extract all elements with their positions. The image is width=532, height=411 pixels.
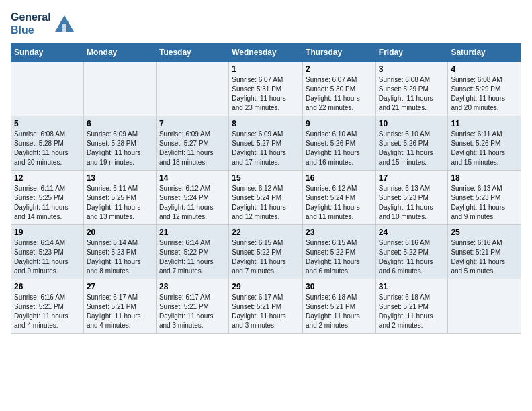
calendar-cell: 28Sunrise: 6:17 AM Sunset: 5:21 PM Dayli…: [156, 279, 228, 334]
day-info: Sunrise: 6:16 AM Sunset: 5:21 PM Dayligh…: [14, 293, 81, 330]
day-info: Sunrise: 6:17 AM Sunset: 5:21 PM Dayligh…: [232, 293, 300, 330]
day-info: Sunrise: 6:18 AM Sunset: 5:21 PM Dayligh…: [379, 293, 445, 330]
day-number: 27: [87, 282, 153, 291]
svg-rect-1: [62, 24, 66, 32]
day-info: Sunrise: 6:09 AM Sunset: 5:27 PM Dayligh…: [159, 130, 226, 167]
calendar-cell: [83, 62, 156, 116]
day-number: 9: [306, 119, 373, 128]
day-info: Sunrise: 6:08 AM Sunset: 5:29 PM Dayligh…: [379, 75, 445, 113]
calendar-cell: 6Sunrise: 6:09 AM Sunset: 5:28 PM Daylig…: [83, 116, 156, 171]
day-info: Sunrise: 6:11 AM Sunset: 5:25 PM Dayligh…: [87, 184, 153, 222]
calendar-cell: 25Sunrise: 6:16 AM Sunset: 5:21 PM Dayli…: [448, 225, 521, 279]
calendar-cell: 14Sunrise: 6:12 AM Sunset: 5:24 PM Dayli…: [156, 171, 228, 225]
calendar-cell: 30Sunrise: 6:18 AM Sunset: 5:21 PM Dayli…: [303, 279, 376, 334]
day-number: 23: [306, 228, 373, 237]
calendar-cell: 31Sunrise: 6:18 AM Sunset: 5:21 PM Dayli…: [375, 279, 448, 334]
day-info: Sunrise: 6:13 AM Sunset: 5:23 PM Dayligh…: [451, 184, 518, 222]
calendar-cell: 27Sunrise: 6:17 AM Sunset: 5:21 PM Dayli…: [83, 279, 156, 334]
day-number: 1: [232, 64, 300, 74]
day-info: Sunrise: 6:09 AM Sunset: 5:28 PM Dayligh…: [87, 130, 153, 167]
day-info: Sunrise: 6:17 AM Sunset: 5:21 PM Dayligh…: [159, 293, 226, 330]
calendar-cell: 1Sunrise: 6:07 AM Sunset: 5:31 PM Daylig…: [229, 62, 303, 116]
calendar-cell: 9Sunrise: 6:10 AM Sunset: 5:26 PM Daylig…: [303, 116, 376, 171]
day-info: Sunrise: 6:10 AM Sunset: 5:26 PM Dayligh…: [379, 130, 445, 167]
page-header: General Blue: [11, 11, 521, 36]
calendar-cell: 26Sunrise: 6:16 AM Sunset: 5:21 PM Dayli…: [11, 279, 84, 334]
day-info: Sunrise: 6:17 AM Sunset: 5:21 PM Dayligh…: [87, 293, 153, 330]
day-number: 5: [14, 119, 81, 128]
day-info: Sunrise: 6:08 AM Sunset: 5:28 PM Dayligh…: [14, 130, 81, 167]
day-number: 19: [14, 228, 81, 237]
day-info: Sunrise: 6:09 AM Sunset: 5:27 PM Dayligh…: [232, 130, 300, 167]
calendar-table: SundayMondayTuesdayWednesdayThursdayFrid…: [11, 43, 521, 334]
calendar-cell: [11, 62, 84, 116]
calendar-cell: 21Sunrise: 6:14 AM Sunset: 5:22 PM Dayli…: [156, 225, 228, 279]
day-info: Sunrise: 6:14 AM Sunset: 5:22 PM Dayligh…: [159, 238, 226, 276]
day-number: 25: [451, 228, 518, 237]
day-info: Sunrise: 6:14 AM Sunset: 5:23 PM Dayligh…: [14, 238, 81, 276]
calendar-cell: 3Sunrise: 6:08 AM Sunset: 5:29 PM Daylig…: [375, 62, 448, 116]
day-number: 20: [87, 228, 153, 237]
day-number: 2: [306, 64, 373, 74]
day-number: 10: [379, 119, 445, 128]
calendar-cell: 15Sunrise: 6:12 AM Sunset: 5:24 PM Dayli…: [229, 171, 303, 225]
day-number: 26: [14, 282, 81, 291]
day-number: 7: [159, 119, 226, 128]
day-info: Sunrise: 6:16 AM Sunset: 5:22 PM Dayligh…: [379, 238, 445, 276]
calendar-cell: [156, 62, 228, 116]
day-info: Sunrise: 6:11 AM Sunset: 5:26 PM Dayligh…: [451, 130, 518, 167]
calendar-cell: [448, 279, 521, 334]
day-number: 16: [306, 173, 373, 183]
calendar-week-row: 1Sunrise: 6:07 AM Sunset: 5:31 PM Daylig…: [11, 62, 521, 116]
day-number: 17: [379, 173, 445, 183]
logo-text: General Blue: [11, 11, 75, 36]
weekday-header-monday: Monday: [83, 44, 156, 62]
day-number: 13: [87, 173, 153, 183]
calendar-cell: 5Sunrise: 6:08 AM Sunset: 5:28 PM Daylig…: [11, 116, 84, 171]
calendar-cell: 2Sunrise: 6:07 AM Sunset: 5:30 PM Daylig…: [303, 62, 376, 116]
weekday-header-thursday: Thursday: [303, 44, 376, 62]
day-number: 29: [232, 282, 300, 291]
day-info: Sunrise: 6:14 AM Sunset: 5:23 PM Dayligh…: [87, 238, 153, 276]
day-number: 11: [451, 119, 518, 128]
day-info: Sunrise: 6:18 AM Sunset: 5:21 PM Dayligh…: [306, 293, 373, 330]
calendar-cell: 10Sunrise: 6:10 AM Sunset: 5:26 PM Dayli…: [375, 116, 448, 171]
day-number: 6: [87, 119, 153, 128]
day-info: Sunrise: 6:10 AM Sunset: 5:26 PM Dayligh…: [306, 130, 373, 167]
day-number: 30: [306, 282, 373, 291]
calendar-week-row: 5Sunrise: 6:08 AM Sunset: 5:28 PM Daylig…: [11, 116, 521, 171]
calendar-cell: 17Sunrise: 6:13 AM Sunset: 5:23 PM Dayli…: [375, 171, 448, 225]
day-info: Sunrise: 6:12 AM Sunset: 5:24 PM Dayligh…: [306, 184, 373, 222]
weekday-header-sunday: Sunday: [11, 44, 84, 62]
calendar-cell: 23Sunrise: 6:15 AM Sunset: 5:22 PM Dayli…: [303, 225, 376, 279]
day-number: 21: [159, 228, 226, 237]
day-info: Sunrise: 6:16 AM Sunset: 5:21 PM Dayligh…: [451, 238, 518, 276]
day-number: 8: [232, 119, 300, 128]
day-info: Sunrise: 6:15 AM Sunset: 5:22 PM Dayligh…: [232, 238, 300, 276]
day-info: Sunrise: 6:07 AM Sunset: 5:31 PM Dayligh…: [232, 75, 300, 113]
day-number: 15: [232, 173, 300, 183]
day-info: Sunrise: 6:12 AM Sunset: 5:24 PM Dayligh…: [159, 184, 226, 222]
day-number: 24: [379, 228, 445, 237]
day-info: Sunrise: 6:11 AM Sunset: 5:25 PM Dayligh…: [14, 184, 81, 222]
day-number: 4: [451, 64, 518, 74]
calendar-cell: 20Sunrise: 6:14 AM Sunset: 5:23 PM Dayli…: [83, 225, 156, 279]
day-info: Sunrise: 6:15 AM Sunset: 5:22 PM Dayligh…: [306, 238, 373, 276]
day-number: 28: [159, 282, 226, 291]
day-number: 14: [159, 173, 226, 183]
calendar-cell: 11Sunrise: 6:11 AM Sunset: 5:26 PM Dayli…: [448, 116, 521, 171]
day-info: Sunrise: 6:12 AM Sunset: 5:24 PM Dayligh…: [232, 184, 300, 222]
calendar-cell: 4Sunrise: 6:08 AM Sunset: 5:29 PM Daylig…: [448, 62, 521, 116]
calendar-cell: 18Sunrise: 6:13 AM Sunset: 5:23 PM Dayli…: [448, 171, 521, 225]
calendar-cell: 19Sunrise: 6:14 AM Sunset: 5:23 PM Dayli…: [11, 225, 84, 279]
calendar-week-row: 12Sunrise: 6:11 AM Sunset: 5:25 PM Dayli…: [11, 171, 521, 225]
weekday-header-saturday: Saturday: [448, 44, 521, 62]
calendar-cell: 16Sunrise: 6:12 AM Sunset: 5:24 PM Dayli…: [303, 171, 376, 225]
calendar-cell: 13Sunrise: 6:11 AM Sunset: 5:25 PM Dayli…: [83, 171, 156, 225]
calendar-cell: 22Sunrise: 6:15 AM Sunset: 5:22 PM Dayli…: [229, 225, 303, 279]
logo: General Blue: [11, 11, 75, 36]
calendar-week-row: 19Sunrise: 6:14 AM Sunset: 5:23 PM Dayli…: [11, 225, 521, 279]
calendar-cell: 12Sunrise: 6:11 AM Sunset: 5:25 PM Dayli…: [11, 171, 84, 225]
calendar-cell: 24Sunrise: 6:16 AM Sunset: 5:22 PM Dayli…: [375, 225, 448, 279]
weekday-header-tuesday: Tuesday: [156, 44, 228, 62]
